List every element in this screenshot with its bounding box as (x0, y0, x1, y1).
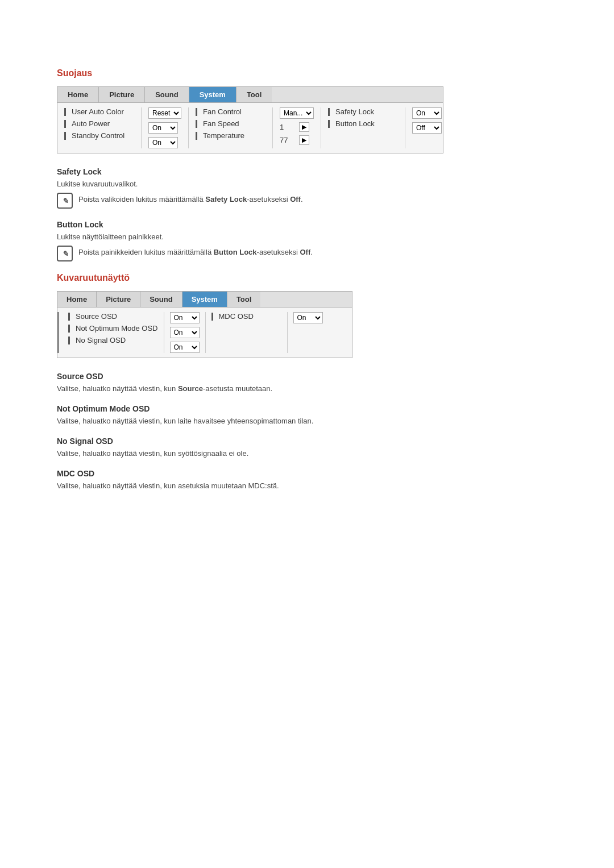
bar-icon (196, 132, 197, 140)
temperature-label: Temperature (203, 131, 265, 140)
user-auto-color-select[interactable]: Reset (148, 107, 181, 119)
tab-system[interactable]: System (189, 87, 237, 102)
no-signal-value-row: On Off (170, 342, 200, 353)
tab-picture[interactable]: Picture (99, 87, 145, 102)
kuvaruutu-left-bar (57, 312, 63, 353)
left-bar-line (57, 312, 59, 353)
bar-icon (64, 132, 66, 140)
kuvaruutu-menu-table: Home Picture Sound System Tool Source OS… (57, 291, 352, 358)
safety-lock-note: ✎ Poista valikoiden lukitus määrittämäll… (57, 193, 557, 209)
standby-control-select[interactable]: On Off (148, 137, 178, 148)
fan-speed-label: Fan Speed (203, 119, 265, 128)
bar-icon (68, 337, 70, 344)
button-lock-value-row: Off On (412, 122, 442, 134)
mdc-osd-value-row: On Off (293, 312, 323, 323)
tab-system-2[interactable]: System (182, 292, 227, 307)
source-osd-row: Source OSD (68, 312, 158, 321)
auto-power-row: Auto Power (64, 119, 134, 128)
suojaus-col-values1: Reset On Off On Off (142, 107, 189, 148)
mdc-osd-label: MDC OSD (219, 312, 281, 321)
source-osd-para: Valitse, haluatko näyttää viestin, kun S… (57, 384, 557, 393)
suojaus-menu-body: User Auto Color Auto Power Standby Contr… (57, 103, 443, 153)
button-lock-note-text: Poista painikkeiden lukitus määrittämäll… (78, 246, 313, 256)
button-lock-note: ✎ Poista painikkeiden lukitus määrittämä… (57, 246, 557, 261)
user-auto-color-label: User Auto Color (72, 107, 134, 116)
kuvaruutu-col-mdc-value: On Off (288, 312, 329, 353)
suojaus-title: Suojaus (57, 68, 557, 78)
tab-sound-2[interactable]: Sound (140, 292, 182, 307)
no-signal-row: No Signal OSD (68, 336, 158, 344)
tab-tool[interactable]: Tool (237, 87, 272, 102)
safety-lock-value-row: On Off (412, 107, 442, 119)
tab-home-2[interactable]: Home (57, 292, 97, 307)
not-optimum-section: Not Optimum Mode OSD Valitse, haluatko n… (57, 404, 557, 425)
fan-speed-row: Fan Speed (196, 119, 265, 128)
suojaus-col-fan-values: Man... Auto 1 ▶ 77 ▶ (273, 107, 321, 148)
safety-lock-label: Safety Lock (335, 107, 398, 116)
mdc-osd-para: Valitse, haluatko näyttää viestin, kun a… (57, 481, 557, 490)
tab-sound[interactable]: Sound (145, 87, 189, 102)
auto-power-label: Auto Power (72, 119, 134, 128)
kuvaruutu-col-mdc-label: MDC OSD (206, 312, 288, 353)
no-signal-heading: No Signal OSD (57, 437, 557, 446)
safety-lock-select[interactable]: On Off (412, 107, 442, 119)
mdc-osd-row: MDC OSD (211, 312, 281, 321)
suojaus-col-lock-labels: Safety Lock Button Lock (321, 107, 405, 148)
bar-icon (211, 313, 213, 321)
fan-control-value-row: Man... Auto (280, 107, 314, 119)
suojaus-section: Suojaus Home Picture Sound System Tool U… (57, 68, 557, 261)
note-icon-2: ✎ (57, 246, 73, 261)
source-osd-select[interactable]: On Off (170, 312, 200, 323)
bar-icon (68, 325, 70, 333)
no-signal-select[interactable]: On Off (170, 342, 200, 353)
suojaus-col-fan-labels: Fan Control Fan Speed Temperature (189, 107, 273, 148)
temperature-right-btn[interactable]: ▶ (299, 135, 309, 145)
bar-icon (64, 108, 66, 116)
auto-power-value-row: On Off (148, 122, 181, 134)
button-lock-label: Button Lock (335, 119, 398, 128)
user-auto-color-row: User Auto Color (64, 107, 134, 116)
user-auto-color-value-row: Reset (148, 107, 181, 119)
safety-lock-note-text: Poista valikoiden lukitus määrittämällä … (78, 193, 303, 203)
kuvaruutu-section: Kuvaruutunäyttö Home Picture Sound Syste… (57, 273, 557, 490)
not-optimum-heading: Not Optimum Mode OSD (57, 404, 557, 413)
button-lock-select[interactable]: Off On (412, 122, 442, 134)
button-lock-para: Lukitse näyttölaitteen painikkeet. (57, 232, 557, 241)
suojaus-menu-table: Home Picture Sound System Tool User Auto… (57, 86, 443, 153)
source-osd-heading: Source OSD (57, 372, 557, 381)
tab-home[interactable]: Home (57, 87, 99, 102)
fan-control-label: Fan Control (203, 107, 265, 116)
button-lock-row: Button Lock (328, 119, 398, 128)
bar-icon (196, 120, 197, 128)
note-icon-1: ✎ (57, 193, 73, 209)
auto-power-select[interactable]: On Off (148, 122, 178, 134)
source-osd-section: Source OSD Valitse, haluatko näyttää vie… (57, 372, 557, 393)
standby-control-label: Standby Control (72, 131, 134, 140)
temperature-value-row: 77 ▶ (280, 135, 314, 145)
bar-icon (196, 108, 197, 116)
suojaus-tab-row: Home Picture Sound System Tool (57, 87, 443, 103)
no-signal-label: No Signal OSD (76, 336, 138, 344)
not-optimum-label: Not Optimum Mode OSD (76, 324, 158, 333)
not-optimum-select[interactable]: On Off (170, 327, 200, 338)
kuvaruutu-col-values: On Off On Off On Off (164, 312, 206, 353)
button-lock-section: Button Lock Lukitse näyttölaitteen paini… (57, 220, 557, 261)
temperature-row: Temperature (196, 131, 265, 140)
standby-control-row: Standby Control (64, 131, 134, 140)
bar-icon (64, 120, 66, 128)
not-optimum-value-row: On Off (170, 327, 200, 338)
tab-tool-2[interactable]: Tool (227, 292, 260, 307)
fan-control-row: Fan Control (196, 107, 265, 116)
bar-icon (328, 108, 330, 116)
mdc-osd-select[interactable]: On Off (293, 312, 323, 323)
fan-speed-value: 1 (280, 123, 296, 131)
tab-picture-2[interactable]: Picture (97, 292, 140, 307)
fan-control-select[interactable]: Man... Auto (280, 107, 314, 119)
fan-speed-right-btn[interactable]: ▶ (299, 122, 309, 132)
safety-lock-row: Safety Lock (328, 107, 398, 116)
not-optimum-row: Not Optimum Mode OSD (68, 324, 158, 333)
kuvaruutu-tab-row: Home Picture Sound System Tool (57, 292, 352, 308)
temperature-value: 77 (280, 136, 296, 144)
kuvaruutu-menu-body: Source OSD Not Optimum Mode OSD No Signa… (57, 308, 352, 358)
standby-control-value-row: On Off (148, 137, 181, 148)
